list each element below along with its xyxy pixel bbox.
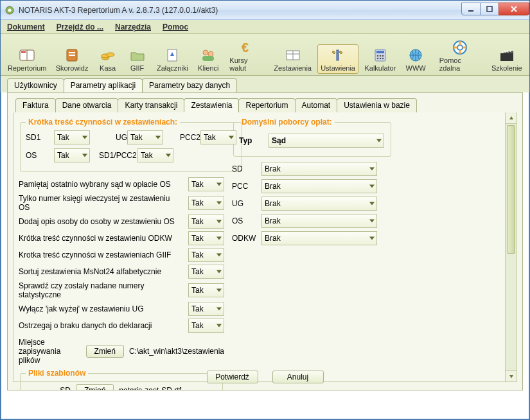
scrollbar[interactable] — [505, 112, 517, 381]
opt-label: Wyłącz 'jak wyżej' w zestawieniu UG — [19, 304, 183, 313]
group-krotka-tresc: Krótka treść czynności w zestawieniach: … — [20, 118, 242, 172]
svg-point-25 — [380, 55, 382, 57]
menubar: Dokument Przejdź do ... Narzędzia Pomoc — [1, 20, 529, 34]
euro-icon: € — [238, 40, 256, 55]
tab-automat[interactable]: Automat — [295, 98, 338, 112]
label-odkw: ODKW — [232, 234, 261, 243]
tab-daneotwarcia[interactable]: Dane otwarcia — [55, 98, 119, 112]
opt-select-1[interactable]: Tak — [188, 196, 224, 210]
opt-select-6[interactable]: Tak — [188, 283, 224, 297]
opt-select-4[interactable]: Tak — [188, 248, 224, 262]
toolbar: Repertorium Skorowidz Kasa GIIF Załączni… — [1, 34, 529, 76]
select-typ[interactable]: Sąd — [269, 134, 384, 148]
opt-select-8[interactable]: Tak — [188, 319, 224, 333]
label-miejsce: Miejsce zapisywania plików — [19, 338, 81, 365]
main-window: NOTARIS AKT-3 Repertorium A v. 2.8.7.3 (… — [0, 0, 530, 420]
label-pcc: PCC — [232, 182, 261, 191]
tb-kalkulator[interactable]: Kalkulator — [361, 44, 400, 74]
select-ug[interactable]: Tak — [127, 130, 163, 144]
svg-point-1 — [8, 8, 12, 12]
opt-select-7[interactable]: Tak — [188, 302, 224, 316]
tb-kursy[interactable]: €Kursy walut — [225, 37, 268, 74]
svg-rect-8 — [69, 55, 75, 56]
report-icon — [284, 48, 302, 63]
tpl-label-sd: SD — [26, 386, 71, 390]
svg-rect-7 — [69, 52, 75, 53]
tb-kasa[interactable]: Kasa — [94, 44, 121, 74]
tab-faktura[interactable]: Faktura — [15, 98, 56, 112]
menu-przejdz[interactable]: Przejdź do ... — [57, 22, 103, 31]
index-icon — [63, 48, 81, 63]
menu-pomoc[interactable]: Pomoc — [163, 22, 188, 31]
select-odkw[interactable]: Brak — [261, 231, 377, 245]
svg-rect-23 — [376, 51, 384, 53]
left-column: Krótka treść czynności w zestawieniach: … — [19, 118, 224, 390]
globe-icon — [407, 48, 425, 63]
tab-uzytkownicy[interactable]: Użytkownicy — [7, 78, 64, 92]
label-os: OS — [26, 151, 54, 160]
select-sd1[interactable]: Tak — [54, 130, 90, 144]
tab-repertorium[interactable]: Repertorium — [238, 98, 295, 112]
opt-select-3[interactable]: Tak — [188, 231, 224, 245]
opt-select-0[interactable]: Tak — [188, 177, 224, 191]
heading-krotka-tresc: Krótka treść czynności w zestawieniach: — [26, 118, 180, 127]
calculator-icon — [371, 48, 389, 63]
opt-select-5[interactable]: Tak — [188, 265, 224, 279]
btn-zmien-path[interactable]: Zmień — [86, 345, 124, 358]
tb-giif[interactable]: GIIF — [124, 44, 151, 74]
svg-text:€: € — [242, 40, 249, 55]
tb-www[interactable]: WWW — [402, 44, 430, 74]
tb-zestawienia[interactable]: Zestawienia — [270, 44, 315, 74]
attachment-icon — [163, 48, 181, 63]
scroll-up-icon[interactable] — [506, 112, 517, 124]
window-buttons — [462, 3, 529, 17]
menu-narzedzia[interactable]: Narzędzia — [115, 22, 151, 31]
heading-poborcy: Domyślni poborcy opłat: — [239, 118, 335, 127]
folder-icon — [128, 48, 146, 63]
btn-potwierdz[interactable]: Potwierdź — [207, 371, 258, 383]
tb-ustawienia[interactable]: Ustawienia — [317, 44, 358, 74]
clapboard-icon — [498, 48, 516, 63]
opt-label: Dodaj opis osoby do osoby w zestawieniu … — [19, 217, 183, 226]
select-os[interactable]: Tak — [54, 148, 90, 162]
label-pcc2: PCC2 — [172, 133, 200, 142]
tb-repertorium[interactable]: Repertorium — [4, 44, 49, 74]
path-text: C:\akt_win\akt3\zestawienia — [129, 347, 224, 356]
menu-dokument[interactable]: Dokument — [7, 22, 45, 31]
tab-zestawienia[interactable]: Zestawienia — [184, 98, 239, 112]
label-os2: OS — [232, 216, 261, 225]
select-ug2[interactable]: Brak — [261, 197, 377, 211]
opt-label: Krótka treść czynności w zestawieniu ODK… — [19, 234, 183, 243]
opt-label: Krotka treść czynności w zestawieniach G… — [19, 250, 183, 259]
tb-skorowidz[interactable]: Skorowidz — [52, 44, 91, 74]
select-pcc[interactable]: Brak — [261, 179, 377, 193]
tab-karty[interactable]: Karty transakcji — [118, 98, 184, 112]
svg-marker-34 — [509, 116, 513, 119]
select-os2[interactable]: Brak — [261, 214, 377, 228]
tab-parametry-bazy[interactable]: Parametry bazy danych — [142, 78, 237, 92]
tb-klienci[interactable]: Klienci — [194, 44, 222, 74]
opt-select-2[interactable]: Tak — [188, 214, 224, 229]
btn-anuluj[interactable]: Anuluj — [272, 371, 324, 383]
tb-zalaczniki[interactable]: Załączniki — [154, 44, 192, 74]
tb-szkolenie[interactable]: Szkolenie — [488, 44, 526, 74]
tab-parametry-aplikacji[interactable]: Parametry aplikacji — [64, 78, 143, 92]
label-ug: UG — [99, 133, 127, 142]
scroll-thumb[interactable] — [507, 125, 515, 254]
minimize-button[interactable] — [461, 3, 481, 15]
tools-icon — [329, 48, 347, 63]
tb-pomoczdalna[interactable]: Pomoc zdalna — [435, 37, 486, 74]
maximize-button[interactable] — [480, 3, 499, 15]
select-sd1pcc2[interactable]: Tak — [137, 148, 173, 162]
close-button[interactable] — [499, 3, 529, 15]
label-typ: Typ — [239, 136, 269, 145]
btn-zmien-sd[interactable]: Zmień — [76, 384, 114, 390]
tab-uwbazie[interactable]: Ustawienia w bazie — [337, 98, 417, 112]
tpl-file-sd: notaris-zest-SD.rtf — [119, 386, 181, 390]
opt-label: Tylko numer księgi wieczystej w zestawie… — [19, 194, 183, 212]
select-pcc2[interactable]: Tak — [200, 130, 236, 144]
svg-point-14 — [203, 50, 208, 55]
select-sd[interactable]: Brak — [261, 162, 377, 176]
svg-rect-2 — [468, 10, 473, 12]
svg-point-32 — [457, 45, 463, 50]
